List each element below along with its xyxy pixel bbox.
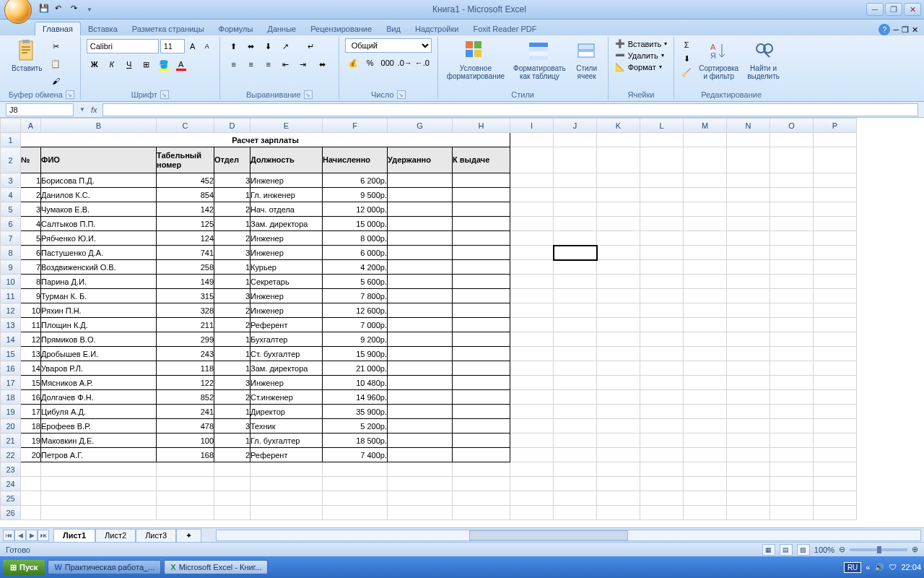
- cell-M7[interactable]: [684, 231, 727, 246]
- cell-A21[interactable]: 19: [21, 434, 41, 448]
- cell-D3[interactable]: 3: [214, 173, 250, 188]
- cell-F4[interactable]: 9 500р.: [323, 188, 388, 202]
- cell-E23[interactable]: [250, 462, 323, 477]
- cell-N4[interactable]: [727, 188, 770, 202]
- new-sheet-button[interactable]: ✦: [176, 529, 201, 542]
- cell-H14[interactable]: [453, 332, 510, 347]
- cell-M26[interactable]: [684, 506, 727, 520]
- cell-P7[interactable]: [814, 231, 857, 246]
- column-header-J[interactable]: J: [554, 118, 597, 133]
- merge-button[interactable]: ⬌: [313, 56, 333, 72]
- font-color-button[interactable]: A: [173, 56, 189, 72]
- comma-button[interactable]: 000: [380, 55, 396, 71]
- cell-D4[interactable]: 1: [214, 188, 250, 202]
- cell-C17[interactable]: 122: [157, 376, 214, 390]
- column-header-F[interactable]: F: [323, 118, 388, 133]
- number-dialog-launcher[interactable]: ↘: [397, 90, 406, 99]
- cell-L3[interactable]: [640, 173, 684, 188]
- cell-N12[interactable]: [727, 303, 770, 318]
- cell-B22[interactable]: Петров А.Г.: [41, 448, 157, 462]
- ribbon-tab-7[interactable]: Надстройки: [408, 22, 466, 35]
- cell-A13[interactable]: 11: [21, 318, 41, 332]
- cell-M14[interactable]: [684, 332, 727, 347]
- normal-view-button[interactable]: ▦: [762, 544, 775, 556]
- cell-A9[interactable]: 7: [21, 260, 41, 275]
- cell-E24[interactable]: [250, 477, 323, 491]
- row-header-9[interactable]: 9: [1, 260, 21, 275]
- cell-P17[interactable]: [814, 376, 857, 390]
- cell-A26[interactable]: [21, 506, 41, 520]
- row-header-19[interactable]: 19: [1, 405, 21, 419]
- cell-B23[interactable]: [41, 462, 157, 477]
- cell-H23[interactable]: [453, 462, 510, 477]
- sort-filter-button[interactable]: АЯ Сортировка и фильтр: [696, 38, 741, 82]
- autosum-button[interactable]: Σ: [680, 38, 693, 51]
- cell-P4[interactable]: [814, 188, 857, 202]
- cell-B4[interactable]: Данилов К.С.: [41, 188, 157, 202]
- cell-C9[interactable]: 258: [157, 260, 214, 275]
- column-header-N[interactable]: N: [727, 118, 770, 133]
- cell-E10[interactable]: Секретарь: [250, 275, 323, 289]
- cell-F11[interactable]: 7 800р.: [323, 289, 388, 303]
- column-header-I[interactable]: I: [510, 118, 554, 133]
- row-header-25[interactable]: 25: [1, 491, 21, 506]
- cell-H17[interactable]: [453, 376, 510, 390]
- cell-J23[interactable]: [554, 462, 597, 477]
- ribbon-tab-1[interactable]: Вставка: [81, 22, 125, 35]
- cell-M3[interactable]: [684, 173, 727, 188]
- cell-O14[interactable]: [770, 332, 814, 347]
- cell-K7[interactable]: [597, 231, 640, 246]
- cell-P8[interactable]: [814, 246, 857, 260]
- zoom-out-button[interactable]: ⊖: [839, 545, 845, 554]
- cell-L5[interactable]: [640, 202, 684, 217]
- cell-I4[interactable]: [510, 188, 554, 202]
- ribbon-tab-8[interactable]: Foxit Reader PDF: [466, 22, 544, 35]
- tray-icon-2[interactable]: 🛡: [889, 563, 897, 571]
- tray-icon-1[interactable]: 🔊: [874, 563, 884, 572]
- cell-G11[interactable]: [388, 289, 453, 303]
- cell-H25[interactable]: [453, 491, 510, 506]
- font-name-select[interactable]: [87, 39, 159, 53]
- cell-M4[interactable]: [684, 188, 727, 202]
- cell-F10[interactable]: 5 600р.: [323, 275, 388, 289]
- cell-B7[interactable]: Рябченко Ю.И.: [41, 231, 157, 246]
- cell-M6[interactable]: [684, 217, 727, 231]
- cell-M25[interactable]: [684, 491, 727, 506]
- cell-I13[interactable]: [510, 318, 554, 332]
- row-header-24[interactable]: 24: [1, 477, 21, 491]
- cell-F20[interactable]: 5 200р.: [323, 419, 388, 434]
- cell-G21[interactable]: [388, 434, 453, 448]
- row-header-1[interactable]: 1: [1, 133, 21, 147]
- cell-A22[interactable]: 20: [21, 448, 41, 462]
- cell-C18[interactable]: 852: [157, 390, 214, 405]
- cell-A17[interactable]: 15: [21, 376, 41, 390]
- cell-I21[interactable]: [510, 434, 554, 448]
- cell-L22[interactable]: [640, 448, 684, 462]
- cell-B9[interactable]: Воздвиженский О.В.: [41, 260, 157, 275]
- cell-K24[interactable]: [597, 477, 640, 491]
- name-box-dropdown-icon[interactable]: ▼: [79, 106, 85, 113]
- cell-E8[interactable]: Инженер: [250, 246, 323, 260]
- cell-H8[interactable]: [453, 246, 510, 260]
- close-button[interactable]: ✕: [904, 3, 921, 16]
- ribbon-tab-3[interactable]: Формулы: [212, 22, 261, 35]
- cell-O6[interactable]: [770, 217, 814, 231]
- cell-H4[interactable]: [453, 188, 510, 202]
- cell-G14[interactable]: [388, 332, 453, 347]
- cell-E25[interactable]: [250, 491, 323, 506]
- cell-P9[interactable]: [814, 260, 857, 275]
- cell-C12[interactable]: 328: [157, 303, 214, 318]
- cell-D7[interactable]: 2: [214, 231, 250, 246]
- bold-button[interactable]: Ж: [87, 56, 103, 72]
- cell-B26[interactable]: [41, 506, 157, 520]
- cell-J2[interactable]: [554, 147, 597, 173]
- cell-M15[interactable]: [684, 347, 727, 361]
- grow-font-button[interactable]: A: [186, 38, 199, 54]
- cell-B21[interactable]: Маковкин Д.Е.: [41, 434, 157, 448]
- ribbon-tab-4[interactable]: Данные: [260, 22, 303, 35]
- maximize-button[interactable]: ❐: [885, 3, 902, 16]
- cell-B6[interactable]: Салтыков П.П.: [41, 217, 157, 231]
- cell-J10[interactable]: [554, 275, 597, 289]
- cell-I8[interactable]: [510, 246, 554, 260]
- cell-F12[interactable]: 12 600р.: [323, 303, 388, 318]
